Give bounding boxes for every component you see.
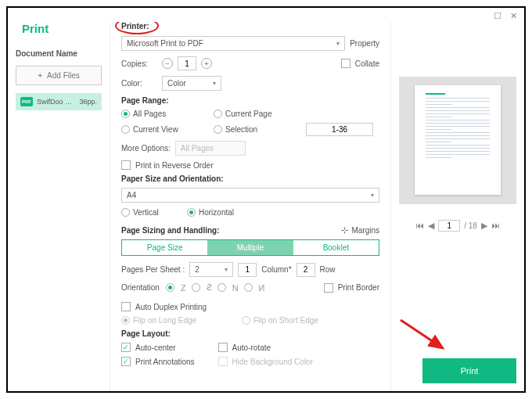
column-label: Column* bbox=[261, 265, 291, 274]
maximize-icon[interactable]: ☐ bbox=[491, 10, 504, 21]
pager-last[interactable]: ⏭ bbox=[491, 221, 500, 230]
row-label: Row bbox=[320, 265, 336, 274]
paper-title: Paper Size and Orientation: bbox=[121, 174, 379, 183]
radio-current-view[interactable] bbox=[121, 125, 130, 134]
margins-icon: ⊹ bbox=[341, 225, 348, 235]
tab-page-size[interactable]: Page Size bbox=[122, 240, 207, 255]
chevron-down-icon: ▾ bbox=[225, 266, 228, 273]
pager-prev[interactable]: ◀ bbox=[428, 221, 434, 231]
radio-vertical[interactable] bbox=[121, 208, 130, 217]
file-list-item[interactable]: PDF SwifDoo PDF ... 36pp. bbox=[16, 93, 102, 110]
color-select[interactable]: Color ▾ bbox=[162, 76, 221, 91]
print-border-label: Print Border bbox=[338, 283, 379, 292]
reverse-order-label: Print in Reverse Order bbox=[135, 161, 213, 170]
radio-flip-long bbox=[121, 316, 130, 325]
layout-title: Page Layout: bbox=[121, 329, 379, 338]
tab-booklet[interactable]: Booklet bbox=[293, 240, 379, 255]
auto-duplex-label: Auto Duplex Printing bbox=[135, 303, 207, 311]
pps-select[interactable]: 2 ▾ bbox=[189, 262, 233, 277]
tab-multiple[interactable]: Multiple bbox=[207, 240, 293, 255]
page-range-title: Page Range: bbox=[121, 96, 379, 105]
preview-area bbox=[399, 77, 516, 204]
print-button[interactable]: Print bbox=[422, 358, 516, 383]
collate-checkbox[interactable] bbox=[341, 59, 350, 68]
orient-s[interactable] bbox=[192, 283, 200, 292]
selection-range-input[interactable] bbox=[306, 123, 373, 136]
radio-flip-short bbox=[242, 316, 250, 325]
printer-select[interactable]: Microsoft Print to PDF ▾ bbox=[121, 36, 345, 51]
printer-label: Printer: bbox=[121, 22, 157, 31]
doc-name-label: Document Name bbox=[16, 49, 102, 58]
sizing-title: Page Sizing and Handling: bbox=[121, 226, 220, 235]
auto-rotate-checkbox[interactable] bbox=[218, 343, 228, 352]
pager-first[interactable]: ⏮ bbox=[415, 221, 424, 230]
chevron-down-icon: ▾ bbox=[213, 80, 216, 87]
hide-bg-checkbox bbox=[218, 357, 228, 366]
pager-input[interactable] bbox=[438, 220, 460, 232]
chevron-down-icon: ▾ bbox=[336, 40, 340, 47]
more-options-select: All Pages bbox=[175, 141, 246, 156]
auto-duplex-checkbox[interactable] bbox=[121, 302, 131, 311]
pps-label: Pages Per Sheet : bbox=[121, 265, 185, 274]
pager-next[interactable]: ▶ bbox=[481, 221, 487, 231]
collate-label: Collate bbox=[355, 59, 379, 68]
color-label: Color: bbox=[121, 79, 157, 88]
radio-horizontal[interactable] bbox=[187, 208, 196, 217]
pager-total: / 18 bbox=[464, 221, 477, 230]
orientation-label: Orientation bbox=[121, 283, 160, 292]
page-title: Print bbox=[16, 22, 102, 35]
margins-link[interactable]: Margins bbox=[351, 226, 379, 235]
radio-all-pages[interactable] bbox=[121, 110, 130, 118]
print-annotations-checkbox[interactable]: ✓ bbox=[121, 357, 131, 366]
close-icon[interactable]: ✕ bbox=[507, 10, 519, 21]
chevron-down-icon: ▾ bbox=[371, 192, 374, 199]
radio-selection[interactable] bbox=[214, 125, 222, 134]
print-border-checkbox[interactable] bbox=[324, 283, 333, 293]
copies-input[interactable] bbox=[178, 56, 196, 70]
orient-n2[interactable] bbox=[244, 283, 253, 292]
orient-z[interactable] bbox=[166, 283, 174, 292]
pdf-icon: PDF bbox=[20, 97, 33, 106]
row-input[interactable] bbox=[297, 263, 315, 277]
copies-decrement[interactable]: − bbox=[162, 58, 173, 69]
paper-size-select[interactable]: A4 ▾ bbox=[121, 188, 379, 203]
reverse-order-checkbox[interactable] bbox=[121, 160, 131, 170]
property-link[interactable]: Property bbox=[350, 39, 379, 48]
plus-icon: + bbox=[38, 71, 42, 80]
more-options-label: More Options: bbox=[121, 144, 171, 153]
radio-current-page[interactable] bbox=[214, 110, 222, 118]
add-files-button[interactable]: + Add Files bbox=[16, 66, 102, 85]
copies-increment[interactable]: + bbox=[201, 58, 212, 69]
orient-n[interactable] bbox=[217, 283, 226, 292]
auto-center-checkbox[interactable]: ✓ bbox=[121, 343, 131, 352]
copies-label: Copies: bbox=[121, 59, 157, 68]
preview-page bbox=[415, 85, 501, 195]
column-input[interactable] bbox=[238, 263, 257, 277]
